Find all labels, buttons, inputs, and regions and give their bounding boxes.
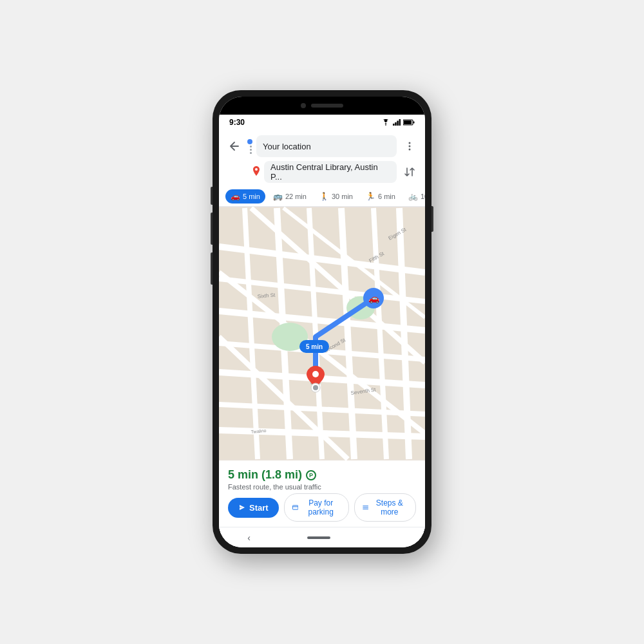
map-area[interactable]: Second St Sixth St Seventh St Eigen St F… <box>219 207 425 460</box>
destination-text: Austin Central Library, Austin P... <box>270 162 390 182</box>
route-time-text: 5 min (1.8 mi) <box>228 468 302 482</box>
signal-icon <box>393 119 401 126</box>
parking-symbol: P <box>306 470 316 480</box>
svg-point-10 <box>409 149 411 151</box>
volume-up-button[interactable] <box>211 187 213 205</box>
dot-line <box>248 146 252 154</box>
route-info: 5 min (1.8 mi) P Fastest route, the usua… <box>228 468 416 491</box>
route-indicator <box>247 139 252 154</box>
svg-point-8 <box>409 142 411 144</box>
start-label: Start <box>249 503 269 513</box>
driving-time: 5 min <box>243 193 260 200</box>
steps-label: Steps & more <box>372 498 408 516</box>
running-time: 6 min <box>378 193 395 200</box>
nav-back[interactable]: ‹ <box>247 533 251 543</box>
swap-button[interactable] <box>401 163 419 181</box>
status-time: 9:30 <box>229 118 245 127</box>
running-icon: 🏃 <box>366 192 375 201</box>
svg-point-9 <box>409 146 411 147</box>
phone-screen: 9:30 <box>219 97 425 547</box>
route-time-row: 5 min (1.8 mi) P <box>228 468 416 482</box>
transit-time: 22 min <box>285 193 307 200</box>
destination-pin-icon <box>252 166 260 178</box>
walking-time: 30 min <box>332 193 353 200</box>
svg-text:🚗: 🚗 <box>368 293 380 304</box>
origin-row: Your location <box>225 135 419 157</box>
phone-device: 9:30 <box>213 90 431 554</box>
svg-rect-1 <box>393 124 395 126</box>
battery-icon <box>403 119 415 126</box>
tab-driving[interactable]: 🚗 5 min <box>225 189 265 204</box>
transit-icon: 🚌 <box>273 192 283 201</box>
tab-walking[interactable]: 🚶 30 min <box>314 189 358 204</box>
svg-rect-3 <box>397 121 399 126</box>
svg-point-44 <box>313 385 318 390</box>
svg-rect-7 <box>404 120 412 124</box>
route-sub-text: Fastest route, the usual traffic <box>228 483 416 491</box>
steps-button[interactable]: Steps & more <box>354 493 416 522</box>
tab-running[interactable]: 🏃 6 min <box>361 189 401 204</box>
pay-parking-button[interactable]: Pay for parking <box>284 493 350 522</box>
svg-rect-6 <box>413 122 415 124</box>
svg-rect-2 <box>395 122 397 126</box>
navigation-icon <box>238 504 246 511</box>
maps-app: Your location <box>219 130 425 547</box>
tab-cycling[interactable]: 🚲 10 m <box>403 189 425 204</box>
parking-label: Pay for parking <box>301 498 341 516</box>
walking-icon: 🚶 <box>319 192 329 201</box>
card-icon <box>292 504 298 511</box>
bottom-panel: 5 min (1.8 mi) P Fastest route, the usua… <box>219 460 425 527</box>
more-button[interactable] <box>401 137 419 155</box>
start-button[interactable]: Start <box>228 498 279 518</box>
notch-bar <box>219 97 425 115</box>
assistant-button[interactable] <box>211 252 213 285</box>
map-svg: Second St Sixth St Seventh St Eigen St F… <box>219 207 425 460</box>
speaker-bar <box>311 104 343 108</box>
camera-dot <box>301 103 306 108</box>
steps-icon <box>363 504 368 511</box>
svg-point-42 <box>312 371 319 377</box>
origin-text: Your location <box>263 142 311 151</box>
action-buttons: Start Pay for parking <box>228 493 416 522</box>
home-pill[interactable] <box>307 536 330 539</box>
svg-text:5 min: 5 min <box>306 343 323 350</box>
destination-input[interactable]: Austin Central Library, Austin P... <box>264 161 397 183</box>
wifi-icon <box>381 119 390 126</box>
cycling-time: 10 m <box>421 193 425 200</box>
svg-rect-45 <box>292 506 298 509</box>
status-icons <box>381 119 415 126</box>
tab-transit[interactable]: 🚌 22 min <box>268 189 312 204</box>
volume-down-button[interactable] <box>211 213 213 245</box>
bottom-nav: ‹ <box>219 527 425 547</box>
origin-input[interactable]: Your location <box>256 135 397 157</box>
origin-dot <box>247 139 252 144</box>
cycling-icon: 🚲 <box>408 192 418 201</box>
status-bar: 9:30 <box>219 115 425 130</box>
svg-rect-4 <box>399 119 401 126</box>
destination-row: Austin Central Library, Austin P... <box>225 161 419 183</box>
transport-tabs: 🚗 5 min 🚌 22 min 🚶 30 min 🏃 6 min 🚲 <box>219 187 425 207</box>
svg-point-0 <box>385 124 386 126</box>
search-area: Your location <box>219 130 425 187</box>
back-button[interactable] <box>225 137 243 155</box>
driving-icon: 🚗 <box>231 192 240 201</box>
power-button[interactable] <box>431 206 433 232</box>
